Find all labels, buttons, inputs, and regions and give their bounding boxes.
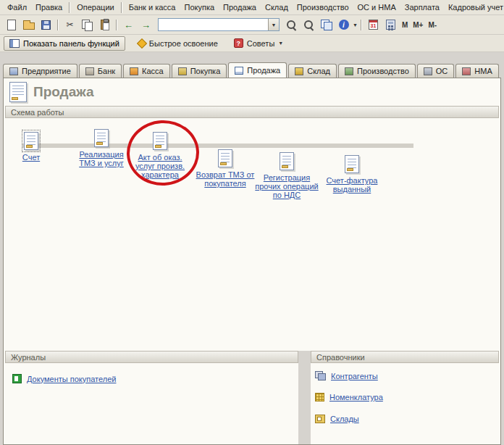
menu-bank-cash[interactable]: Банк и касса (125, 1, 180, 14)
page-header: Продажа (9, 82, 94, 102)
tips-icon: ? (234, 38, 243, 48)
zoom-in-button[interactable] (283, 17, 300, 33)
menu-salary[interactable]: Зарплата (400, 1, 444, 14)
doc-mark (347, 168, 353, 171)
show-function-panel-button[interactable]: Показать панель функций (4, 36, 125, 51)
tab-bank[interactable]: Банк (79, 64, 122, 78)
list-item-nomenclature[interactable]: Номенклатура (315, 393, 383, 402)
forward-button[interactable]: → (138, 17, 154, 33)
quick-learning-button[interactable]: Быстрое освоение (135, 39, 221, 48)
app-window: { "menubar": { "items": ["Файл","Правка"… (0, 0, 504, 445)
menu-warehouse[interactable]: Склад (261, 1, 293, 14)
section-tabs: Предприятие Банк Касса Покупка Продажа С… (3, 62, 501, 78)
menu-operations[interactable]: Операции (72, 1, 118, 14)
quick-learning-label: Быстрое освоение (149, 39, 218, 48)
memory-plus-button[interactable]: M+ (411, 20, 425, 30)
save-button[interactable] (38, 17, 54, 33)
tab-warehouse[interactable]: Склад (288, 64, 337, 78)
document-icon[interactable] (94, 129, 109, 147)
document-icon[interactable] (345, 155, 359, 173)
doc-mark (26, 145, 33, 148)
info-button[interactable]: i (335, 17, 352, 33)
combo-dropdown-button[interactable]: ▼ (268, 19, 279, 30)
warehouses-link[interactable]: Склады (330, 415, 359, 423)
list-item-buyer-documents[interactable]: Документы покупателей (12, 374, 116, 383)
tab-label: Продажа (247, 66, 280, 75)
tab-cash[interactable]: Касса (123, 64, 170, 78)
command-input[interactable] (159, 19, 268, 30)
menu-edit[interactable]: Правка (31, 1, 67, 14)
references-section-title: Справочники (316, 353, 365, 362)
calendar-day-number: 31 (369, 23, 377, 29)
nomenclature-icon (315, 393, 324, 402)
calculator-button[interactable] (382, 17, 399, 33)
list-item-warehouses[interactable]: Склады (315, 415, 359, 423)
workflow-node-return: Возврат ТМЗ от покупателя (193, 149, 257, 188)
zoom-out-button[interactable] (301, 17, 317, 33)
menu-bar: Файл Правка Операции Банк и касса Покупк… (0, 0, 504, 15)
menu-file[interactable]: Файл (3, 1, 31, 14)
new-window-icon (321, 20, 332, 30)
tab-enterprise[interactable]: Предприятие (3, 64, 77, 78)
journal-icon (12, 374, 22, 383)
calendar-button[interactable]: 31 (365, 17, 382, 33)
magnifier-icon (286, 20, 297, 30)
memory-minus-button[interactable]: M- (426, 20, 439, 30)
document-icon[interactable] (218, 149, 232, 167)
warehouses-icon (315, 415, 325, 423)
command-combobox[interactable]: ▼ (158, 18, 280, 31)
nomenclature-link[interactable]: Номенклатура (329, 393, 383, 402)
enterprise-tab-icon (9, 67, 18, 75)
buyer-documents-link[interactable]: Документы покупателей (27, 375, 116, 383)
new-document-button[interactable] (3, 17, 20, 33)
toolbar-separator (57, 20, 59, 30)
memory-recall-button[interactable]: M (400, 20, 410, 30)
cut-button[interactable]: ✂ (62, 17, 78, 33)
tab-sales[interactable]: Продажа (228, 62, 287, 78)
workflow-diagram: Счет Реализация ТМЗ и услуг Акт об оказ.… (4, 120, 500, 345)
tips-button[interactable]: ? Советы ▼ (231, 38, 286, 48)
menu-production[interactable]: Производство (293, 1, 353, 14)
magnifier-icon (303, 20, 314, 30)
paste-icon (101, 20, 109, 30)
list-item-contractors[interactable]: Контрагенты (315, 371, 378, 380)
menu-purchase[interactable]: Покупка (180, 1, 219, 14)
calendar-icon: 31 (369, 20, 378, 30)
info-icon: i (339, 20, 349, 30)
document-icon[interactable] (280, 152, 294, 170)
tab-label: НМА (474, 67, 492, 75)
scissors-icon: ✂ (66, 20, 73, 29)
back-button[interactable]: ← (120, 17, 137, 33)
doc-mark (220, 162, 227, 165)
menu-hr[interactable]: Кадровый учет (444, 1, 504, 14)
workflow-node-realization: Реализация ТМЗ и услуг (72, 129, 130, 167)
sales-page-icon (9, 82, 27, 102)
main-toolbar: ✂ ← → ▼ i ▼ 31 M M+ M- (0, 15, 504, 35)
workflow-link-realization[interactable]: Реализация ТМЗ и услуг (72, 150, 130, 167)
production-tab-icon (345, 67, 353, 75)
workflow-link-invoice[interactable]: Счет (22, 153, 40, 162)
purchase-tab-icon (178, 67, 187, 75)
content-panel: Продажа Схема работы Счет Реализация ТМЗ… (3, 78, 501, 445)
journals-section-header: Журналы (5, 351, 298, 363)
workflow-link-vat-registration[interactable]: Регистрация прочих операций по НДС (255, 173, 319, 199)
show-function-panel-label: Показать панель функций (23, 39, 119, 48)
tab-nma[interactable]: НМА (455, 64, 498, 78)
scheme-section-header: Схема работы (5, 106, 499, 118)
menu-fixed-assets[interactable]: ОС и НМА (353, 1, 400, 14)
document-icon[interactable] (24, 132, 38, 150)
contractors-link[interactable]: Контрагенты (331, 372, 378, 380)
workflow-node-invoice: Счет (9, 132, 54, 162)
workflow-link-return[interactable]: Возврат ТМЗ от покупателя (193, 170, 257, 188)
menu-sales[interactable]: Продажа (219, 1, 261, 14)
workflow-link-invoice-issued[interactable]: Счет-фактура выданный (320, 176, 384, 194)
tab-production[interactable]: Производство (338, 64, 416, 78)
chevron-down-icon[interactable]: ▼ (353, 22, 358, 28)
new-window-button[interactable] (318, 17, 335, 33)
paste-button[interactable] (96, 17, 113, 33)
tab-fixed-assets[interactable]: ОС (417, 64, 455, 78)
save-icon (41, 20, 51, 30)
copy-button[interactable] (79, 17, 96, 33)
open-button[interactable] (20, 17, 37, 33)
tab-purchase[interactable]: Покупка (172, 64, 227, 78)
